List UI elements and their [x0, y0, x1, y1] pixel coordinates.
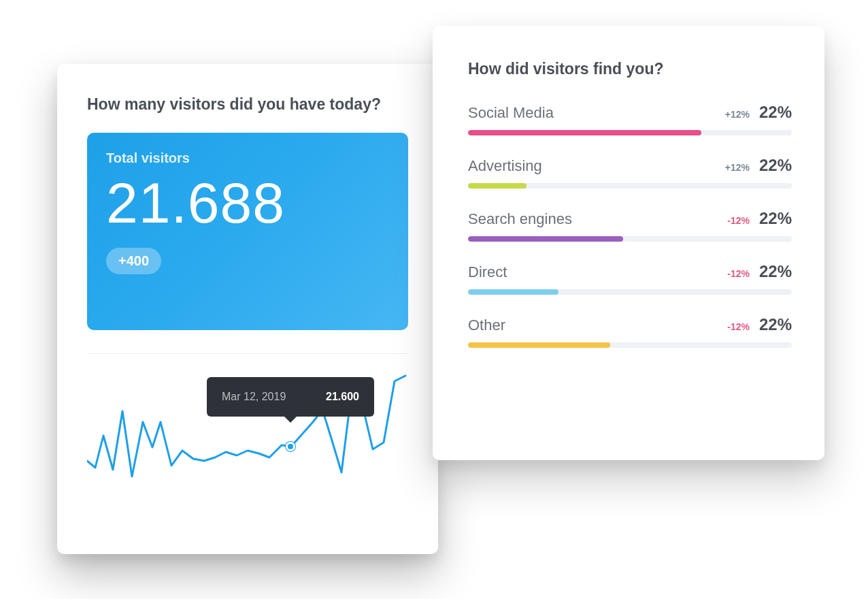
- channel-delta: +12%: [725, 162, 750, 173]
- sparkline-tooltip: Mar 12, 2019 21.600: [207, 377, 374, 417]
- visitors-sparkline[interactable]: Mar 12, 2019 21.600: [87, 362, 408, 519]
- channel-delta: -12%: [727, 321, 750, 332]
- channel-percent: 22%: [759, 103, 792, 122]
- channel-row: Other-12%22%: [468, 315, 792, 348]
- channel-row: Advertising+12%22%: [468, 156, 792, 189]
- divider: [87, 353, 408, 354]
- channel-delta: -12%: [727, 268, 750, 279]
- channel-meta: -12%22%: [727, 262, 792, 281]
- sparkline-highlight-point: [286, 442, 295, 451]
- traffic-sources-title: How did visitors find you?: [468, 60, 792, 78]
- channel-percent: 22%: [759, 262, 792, 281]
- channel-name: Other: [468, 317, 505, 334]
- channel-row: Search engines-12%22%: [468, 209, 792, 242]
- channel-bar-track: [468, 183, 792, 189]
- channel-head: Direct-12%22%: [468, 262, 792, 281]
- channel-meta: -12%22%: [727, 315, 792, 334]
- channel-head: Advertising+12%22%: [468, 156, 792, 175]
- channel-bar-fill: [468, 130, 701, 135]
- channel-head: Search engines-12%22%: [468, 209, 792, 228]
- total-visitors-label: Total visitors: [106, 150, 389, 166]
- channel-bar-fill: [468, 342, 610, 348]
- tooltip-date: Mar 12, 2019: [222, 391, 286, 403]
- traffic-sources-card: How did visitors find you? Social Media+…: [433, 26, 824, 460]
- channel-percent: 22%: [759, 209, 792, 228]
- channel-bar-track: [468, 289, 792, 295]
- channel-head: Other-12%22%: [468, 315, 792, 334]
- channel-meta: +12%22%: [725, 103, 792, 122]
- tooltip-value: 21.600: [326, 391, 359, 403]
- total-visitors-hero: Total visitors 21.688 +400: [87, 133, 408, 330]
- channel-name: Direct: [468, 263, 507, 281]
- channel-delta: +12%: [725, 109, 750, 120]
- channel-meta: +12%22%: [725, 156, 792, 175]
- channel-bar-track: [468, 342, 792, 348]
- channel-name: Social Media: [468, 104, 554, 122]
- channel-name: Search engines: [468, 210, 572, 228]
- channel-percent: 22%: [759, 156, 792, 175]
- channel-bar-fill: [468, 183, 527, 189]
- channel-head: Social Media+12%22%: [468, 103, 792, 122]
- channel-bar-fill: [468, 236, 623, 242]
- channel-meta: -12%22%: [727, 209, 792, 228]
- visitors-today-card: How many visitors did you have today? To…: [57, 64, 438, 554]
- channel-bar-fill: [468, 289, 558, 295]
- channels-list: Social Media+12%22%Advertising+12%22%Sea…: [468, 103, 792, 348]
- total-visitors-delta-badge: +400: [106, 248, 161, 274]
- channel-row: Direct-12%22%: [468, 262, 792, 295]
- total-visitors-value: 21.688: [106, 173, 389, 233]
- channel-row: Social Media+12%22%: [468, 103, 792, 135]
- channel-bar-track: [468, 130, 792, 135]
- channel-bar-track: [468, 236, 792, 242]
- channel-delta: -12%: [727, 215, 750, 226]
- channel-percent: 22%: [759, 315, 792, 334]
- channel-name: Advertising: [468, 157, 542, 175]
- visitors-today-title: How many visitors did you have today?: [87, 95, 408, 114]
